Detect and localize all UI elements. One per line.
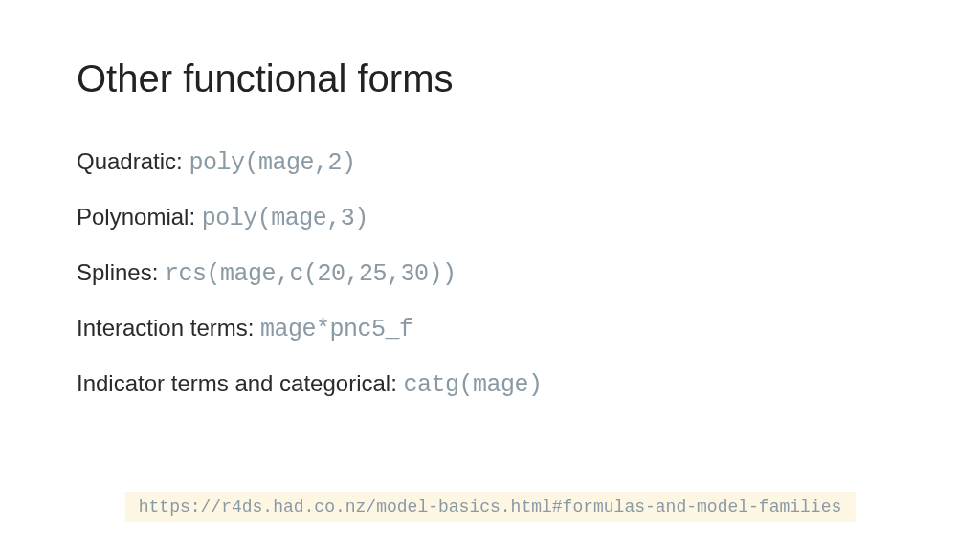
slide-title: Other functional forms [77, 57, 903, 100]
item-label: Splines: [77, 259, 165, 285]
item-code: poly(mage,2) [189, 149, 355, 177]
list-item: Indicator terms and categorical: catg(ma… [77, 370, 903, 399]
item-label: Quadratic: [77, 148, 189, 174]
list-item: Splines: rcs(mage,c(20,25,30)) [77, 259, 903, 288]
list-item: Interaction terms: mage*pnc5_f [77, 315, 903, 343]
item-label: Interaction terms: [77, 315, 260, 341]
item-code: rcs(mage,c(20,25,30)) [165, 260, 457, 288]
list-item: Quadratic: poly(mage,2) [77, 148, 903, 177]
content-list: Quadratic: poly(mage,2) Polynomial: poly… [77, 148, 903, 399]
list-item: Polynomial: poly(mage,3) [77, 204, 903, 232]
item-label: Indicator terms and categorical: [77, 370, 404, 396]
item-code: poly(mage,3) [202, 205, 368, 232]
item-code: catg(mage) [404, 371, 543, 399]
item-label: Polynomial: [77, 204, 202, 230]
item-code: mage*pnc5_f [260, 316, 413, 343]
footer-url: https://r4ds.had.co.nz/model-basics.html… [125, 492, 856, 522]
